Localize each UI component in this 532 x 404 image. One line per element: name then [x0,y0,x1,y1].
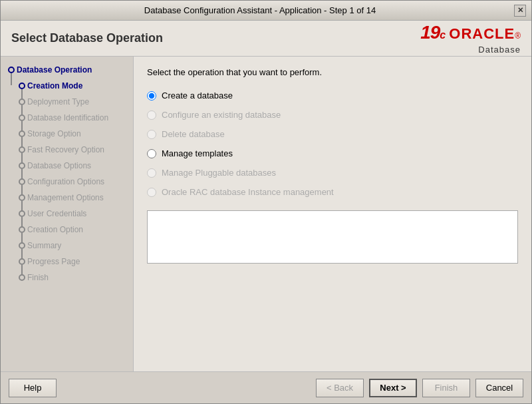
sidebar-label-creation-option: Creation Option [27,224,83,236]
sidebar-label-summary: Summary [27,240,61,252]
back-button[interactable]: < Back [316,379,364,397]
radio-label-manage-templates[interactable]: Manage templates [162,148,233,158]
next-button[interactable]: Next > [369,379,417,397]
instruction-text: Select the operation that you want to pe… [147,67,518,77]
radio-oracle-rac [147,188,156,197]
sidebar-label-user-credentials: User Credentials [27,208,86,220]
help-button[interactable]: Help [9,379,57,397]
sidebar-dot-management-options [19,194,25,201]
radio-delete-database [147,130,156,139]
finish-button[interactable]: Finish [422,379,470,397]
oracle-logo: 19c ORACLE® Database [420,22,521,55]
close-button[interactable]: ✕ [514,5,526,17]
sidebar-dot-creation-mode [19,83,25,89]
radio-label-delete-database: Delete database [162,129,225,139]
page-title: Select Database Operation [11,31,163,45]
sidebar-item-storage-option: Storage Option [1,126,133,142]
sidebar-item-creation-option: Creation Option [1,222,133,238]
sidebar-item-deployment-type: Deployment Type [1,94,133,110]
sidebar-dot-fast-recovery-option [19,146,25,153]
radio-create-database[interactable] [147,91,156,101]
radio-manage-templates[interactable] [147,149,156,158]
radio-label-manage-pluggable: Manage Pluggable databases [162,168,276,178]
sidebar-item-finish: Finish [1,270,133,286]
sidebar-label-database-identification: Database Identification [27,112,108,124]
sidebar-item-database-options: Database Options [1,158,133,174]
sidebar-dot-creation-option [19,226,25,233]
sidebar-label-finish: Finish [27,272,49,284]
radio-item-create-database[interactable]: Create a database [147,91,518,101]
sidebar-dot-database-identification [19,114,25,121]
radio-label-create-database[interactable]: Create a database [162,91,233,101]
sidebar-label-management-options: Management Options [27,192,104,204]
sidebar-dot-configuration-options [19,178,25,185]
sidebar-dot-user-credentials [19,210,25,217]
sidebar-dot-database-operation [8,67,15,73]
radio-manage-pluggable [147,168,156,178]
sidebar-dot-storage-option [19,130,25,137]
sidebar-dot-deployment-type [19,99,25,105]
sidebar-label-fast-recovery-option: Fast Recovery Option [27,144,104,156]
radio-item-manage-templates[interactable]: Manage templates [147,148,518,158]
sidebar-dot-finish [19,274,25,281]
radio-configure-existing [147,110,156,120]
sidebar-dot-progress-page [19,258,25,265]
oracle-registered: ® [515,31,521,41]
oracle-logo-top: 19c ORACLE® [420,22,521,43]
oracle-version: 19c [420,22,445,43]
sidebar-item-fast-recovery-option: Fast Recovery Option [1,142,133,158]
description-box [147,210,518,264]
sidebar-item-creation-mode[interactable]: Creation Mode [1,78,133,94]
oracle-sub: Database [478,45,521,55]
sidebar-label-progress-page: Progress Page [27,256,80,268]
cancel-button[interactable]: Cancel [475,379,523,397]
sidebar-item-progress-page: Progress Page [1,254,133,270]
radio-item-delete-database: Delete database [147,129,518,139]
radio-item-manage-pluggable: Manage Pluggable databases [147,168,518,178]
sidebar-label-database-options: Database Options [27,160,91,172]
sidebar-item-database-identification: Database Identification [1,110,133,126]
sidebar-label-storage-option: Storage Option [27,128,81,140]
sidebar-item-management-options: Management Options [1,190,133,206]
sidebar-item-database-operation[interactable]: Database Operation [1,62,133,78]
footer: Help < Back Next > Finish Cancel [1,371,531,403]
radio-label-oracle-rac: Oracle RAC database Instance management [162,187,334,197]
sidebar-label-configuration-options: Configuration Options [27,176,104,188]
radio-group: Create a databaseConfigure an existing d… [147,91,518,197]
sidebar-dot-summary [19,242,25,249]
header-bar: Select Database Operation 19c ORACLE® Da… [1,21,531,57]
title-bar: Database Configuration Assistant - Appli… [1,1,531,21]
oracle-brand: ORACLE [449,25,515,43]
sidebar-item-summary: Summary [1,238,133,254]
footer-left: Help [9,379,57,397]
sidebar-items-container: Database OperationCreation ModeDeploymen… [1,62,133,286]
sidebar-label-database-operation: Database Operation [17,64,92,76]
sidebar-label-creation-mode: Creation Mode [27,80,82,92]
window-title: Database Configuration Assistant - Appli… [6,5,514,15]
footer-right: < Back Next > Finish Cancel [316,379,523,397]
radio-label-configure-existing: Configure an existing database [162,110,281,120]
content-area: Database OperationCreation ModeDeploymen… [1,57,531,371]
sidebar-item-user-credentials: User Credentials [1,206,133,222]
sidebar-dot-database-options [19,162,25,169]
main-panel: Select the operation that you want to pe… [134,57,531,371]
radio-item-oracle-rac: Oracle RAC database Instance management [147,187,518,197]
main-window: Database Configuration Assistant - Appli… [0,0,532,404]
sidebar-item-configuration-options: Configuration Options [1,174,133,190]
sidebar: Database OperationCreation ModeDeploymen… [1,57,134,371]
sidebar-label-deployment-type: Deployment Type [27,96,89,108]
radio-item-configure-existing: Configure an existing database [147,110,518,120]
